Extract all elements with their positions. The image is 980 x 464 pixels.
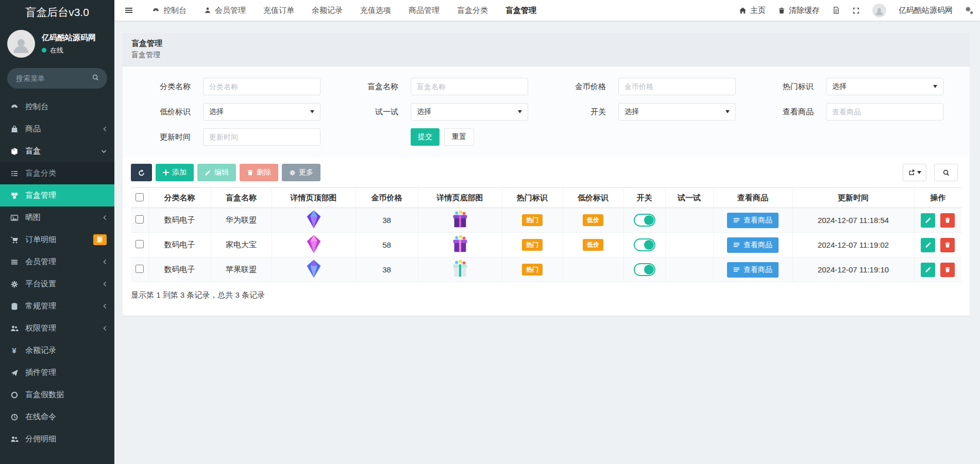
image-icon (9, 214, 19, 222)
giftbox-image[interactable] (450, 234, 470, 256)
tab-recharge-options[interactable]: 充值选项 (351, 0, 400, 21)
search-button[interactable] (934, 164, 958, 181)
navbar-avatar[interactable] (872, 4, 886, 18)
column-header: 查看商品 (713, 188, 792, 208)
reset-button[interactable]: 重置 (444, 128, 474, 146)
row-edit-button[interactable] (921, 263, 935, 277)
view-goods-button[interactable]: 查看商品 (727, 237, 779, 253)
tab-goods-manage[interactable]: 商品管理 (400, 0, 448, 21)
caret-down-icon (917, 171, 921, 174)
field-label: 查看商品 (754, 107, 826, 117)
column-header: 分类名称 (148, 188, 211, 208)
switch-toggle[interactable] (634, 214, 655, 227)
tab-console[interactable]: 控制台 (143, 0, 195, 21)
sidebar-item-photos[interactable]: 晒图 (0, 207, 114, 229)
row-checkbox[interactable] (136, 240, 144, 248)
edit-button[interactable]: 编辑 (197, 164, 236, 181)
switch-toggle[interactable] (634, 263, 655, 276)
hot-flag-select[interactable]: 选择 (826, 78, 943, 95)
row-edit-button[interactable] (921, 213, 935, 228)
caret-down-icon (518, 110, 522, 113)
switch-toggle[interactable] (634, 238, 655, 251)
user-name: 亿码酷站源码网 (42, 33, 96, 43)
sidebar-item-members[interactable]: 会员管理 (0, 251, 114, 273)
gem-image[interactable] (306, 259, 322, 280)
sidebar-item-general[interactable]: 常规管理 (0, 295, 114, 317)
tab-members[interactable]: 会员管理 (195, 0, 255, 21)
sidebar-item-orders[interactable]: 订单明细 新 (0, 229, 114, 251)
cell-category: 数码电子 (148, 257, 211, 282)
app-logo: 盲盒后台v3.0 (0, 0, 114, 25)
sidebar-item-balance[interactable]: ¥ 余额记录 (0, 339, 114, 362)
sidebar-item-platform-settings[interactable]: 平台设置 (0, 273, 114, 295)
giftbox-image[interactable] (450, 209, 470, 231)
bag-icon (9, 125, 19, 133)
home-link[interactable]: 主页 (739, 6, 766, 15)
file-icon-button[interactable] (832, 6, 840, 14)
low-price-flag-select[interactable]: 选择 (203, 103, 320, 121)
switch-select[interactable]: 选择 (618, 103, 736, 121)
add-button[interactable]: 添加 (156, 164, 194, 181)
cell-switch (623, 208, 665, 233)
dashboard-icon (152, 7, 160, 14)
view-goods-button[interactable]: 查看商品 (727, 262, 779, 278)
boxes-icon (9, 192, 19, 200)
fullscreen-icon-button[interactable] (852, 7, 860, 14)
sidebar-item-goods[interactable]: 商品 (0, 118, 114, 140)
gem-image[interactable] (306, 234, 322, 255)
settings-cogs-button[interactable] (965, 6, 973, 14)
submit-button[interactable]: 提交 (411, 128, 440, 146)
column-header: 盲盒名称 (211, 188, 272, 208)
user-status: 在线 (50, 46, 63, 55)
navbar-right: 主页 清除缓存 亿码酷站源码网 (739, 4, 980, 18)
row-delete-button[interactable] (940, 238, 955, 252)
tab-recharge-orders[interactable]: 充值订单 (255, 0, 303, 21)
sidebar-item-blindbox-manage[interactable]: 盲盒管理 (0, 184, 114, 207)
cell-trial (665, 208, 713, 233)
trial-select[interactable]: 选择 (411, 103, 528, 121)
update-time-input[interactable] (203, 128, 320, 146)
tab-blindbox-manage[interactable]: 盲盒管理 (497, 0, 545, 21)
sidebar-item-blindbox[interactable]: 盲盒 (0, 140, 114, 162)
search-icon (942, 169, 950, 177)
trash-icon (778, 7, 785, 14)
more-button[interactable]: 更多 (282, 164, 320, 181)
view-goods-input[interactable] (826, 103, 943, 121)
sidebar-item-fake-data[interactable]: 盲盒假数据 (0, 384, 114, 406)
plane-icon (9, 369, 19, 377)
sidebar-item-plugins[interactable]: 插件管理 (0, 362, 114, 384)
navbar-tabs: 控制台 会员管理 充值订单 余额记录 充值选项 商品管理 盲盒分类 盲盒管理 (143, 0, 545, 21)
sidebar-item-permissions[interactable]: 权限管理 (0, 317, 114, 339)
row-checkbox[interactable] (136, 265, 144, 273)
view-goods-button[interactable]: 查看商品 (727, 213, 779, 228)
giftbox-image[interactable] (450, 259, 470, 281)
cell-hot-flag: 热门 (502, 257, 563, 282)
sidebar-item-commission[interactable]: 分佣明细 (0, 428, 114, 450)
row-delete-button[interactable] (940, 263, 955, 277)
navbar-username[interactable]: 亿码酷站源码网 (899, 6, 953, 15)
gear-icon (9, 280, 19, 288)
row-checkbox[interactable] (136, 215, 144, 224)
cell-low-flag: 低价 (563, 233, 623, 257)
box-name-input[interactable] (411, 78, 528, 95)
tab-blindbox-category[interactable]: 盲盒分类 (448, 0, 497, 21)
coin-price-input[interactable] (618, 78, 736, 95)
delete-button[interactable]: 删除 (240, 164, 278, 181)
column-header: 热门标识 (502, 188, 563, 208)
row-delete-button[interactable] (940, 213, 955, 228)
field-label: 金币价格 (546, 82, 618, 92)
tab-balance-records[interactable]: 余额记录 (303, 0, 351, 21)
clear-cache-link[interactable]: 清除缓存 (778, 6, 820, 15)
export-button[interactable] (903, 164, 926, 181)
row-edit-button[interactable] (921, 238, 935, 252)
new-badge: 新 (93, 234, 107, 245)
gem-image[interactable] (306, 210, 322, 231)
category-name-input[interactable] (203, 78, 320, 95)
hamburger-icon[interactable] (114, 6, 143, 14)
sidebar-item-online-commands[interactable]: 在线命令 (0, 406, 114, 428)
refresh-button[interactable] (131, 164, 152, 181)
sidebar-item-blindbox-category[interactable]: 盲盒分类 (0, 162, 114, 184)
sidebar-item-console[interactable]: 控制台 (0, 96, 114, 118)
sidebar-item-label: 在线命令 (25, 412, 56, 422)
select-all-checkbox[interactable] (136, 193, 144, 201)
